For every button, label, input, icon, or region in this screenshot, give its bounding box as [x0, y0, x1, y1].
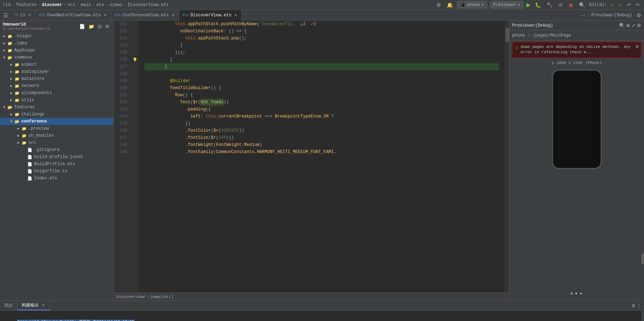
sidebar-item-preview[interactable]: ▶ 📁 .preview — [0, 125, 113, 132]
stop-button[interactable]: ⏹ — [567, 1, 575, 9]
previewer-error-close-button[interactable]: ✕ — [635, 44, 639, 49]
previewer-debug-label: Previewer(Debug) — [588, 13, 635, 18]
previewer-settings-icon[interactable]: ⚙ — [637, 23, 641, 28]
run-button[interactable]: ▶ — [526, 1, 531, 8]
sidebar-item-audioplayer[interactable]: ▶ 📁 audioplayer — [0, 68, 113, 75]
tab-discoverview-close[interactable]: ✕ — [234, 13, 238, 17]
selected-text: hmosworld [PreviewBuild]: 成功的 在2024/11/1… — [17, 320, 135, 321]
breadcrumb-ets[interactable]: ets — [96, 2, 104, 7]
breadcrumb-rld[interactable]: rld — [3, 2, 11, 7]
git-check2-icon[interactable]: ✓ — [617, 1, 624, 9]
terminal-area[interactable]: hmosworld [PreviewBuild]: 成功的 在2024/11/1… — [0, 311, 644, 321]
code-line-149: .fontFamily(CommonConstants.HARMONY_HEIT… — [144, 148, 499, 156]
tab-conferenceview-close[interactable]: ✕ — [171, 13, 175, 17]
previewer-more-options[interactable]: ••• — [509, 288, 644, 300]
sidebar-header: hmosworld D:\HarmonyOS\hmosworld 📄 📁 ⊟ ⚙ — [0, 21, 113, 33]
sidebar-item-datastore[interactable]: ▶ 📁 datastore — [0, 75, 113, 82]
bottom-tab-sync[interactable]: 同步 — [0, 301, 17, 310]
sidebar-item-commons[interactable]: ▼ 📂 commons — [0, 54, 113, 61]
sidebar-settings-icon[interactable]: ⚙ — [104, 23, 111, 30]
tab-ts-close[interactable]: ✕ — [27, 13, 32, 17]
sidebar-item-features[interactable]: ▼ 📂 features — [0, 104, 113, 111]
bottom-tabs: 同步 构建输出 ✕ ⚙ ⋮ — [0, 301, 644, 311]
tab-more-button[interactable]: ⋯ — [578, 11, 588, 19]
dots-icon[interactable]: ••• — [570, 290, 583, 298]
sidebar-item-aspect[interactable]: ▶ 📁 aspect — [0, 61, 113, 68]
tab-conferenceview-icon: ETS — [115, 13, 120, 17]
previewer-error-banner: ⚠ Some pages are depending on native met… — [512, 42, 641, 58]
bottom-scrollbar[interactable] — [641, 250, 644, 321]
tab-discoverview[interactable]: ETS DiscoverView.ets ✕ — [179, 10, 242, 21]
bottom-tab-build-output-close[interactable]: ✕ — [41, 303, 45, 307]
git-redo-icon[interactable]: ↷ — [634, 1, 641, 9]
sidebar-item-gitignore[interactable]: ▶ 📄 .gitignore — [0, 146, 113, 153]
sidebar-item-conference[interactable]: ▼ 📂 conference — [0, 118, 113, 125]
chevron-right-icon: ▶ — [9, 111, 14, 117]
breadcrumb-src[interactable]: src — [68, 2, 75, 7]
code-lines[interactable]: this.appPathStack.pushPathByName('FeedWa… — [139, 21, 505, 293]
device-selector[interactable]: 📱 phone ▾ — [457, 1, 487, 9]
previewer-phone-wrapper — [509, 67, 644, 288]
sidebar-item-src[interactable]: ▶ 📁 src — [0, 139, 113, 146]
search-button[interactable]: 🔍 — [578, 1, 586, 9]
previewer-expand-icon[interactable]: ⤢ — [632, 23, 635, 28]
tab-list-button[interactable]: ☰ — [1, 11, 10, 20]
sidebar-item-buildprofile-ets[interactable]: ▶ 📄 BuildProfile.ets — [0, 160, 113, 168]
device-size-label: 1080 x 2340 — [557, 61, 583, 65]
previewer-header: Previewer(Debug) 🔍 ⊕ ⤢ ⚙ — [509, 21, 644, 31]
git-label: Git(G): — [589, 2, 607, 7]
sidebar-collapse-icon[interactable]: ⊟ — [97, 23, 103, 30]
bottom-tab-build-output[interactable]: 构建输出 ✕ — [17, 301, 50, 310]
sidebar-item-hvigorfile-ts[interactable]: ▶ 📄 hvigorfile.ts — [0, 168, 113, 175]
sidebar-item-utils-label: utils — [20, 98, 34, 103]
editor-breadcrumb: DiscoverView › jumpList() — [114, 293, 509, 300]
git-check-icon[interactable]: ✓ — [608, 1, 616, 9]
tab-feedwaterflow-close[interactable]: ✕ — [103, 13, 107, 17]
breadcrumb-views[interactable]: views — [109, 2, 122, 7]
bottom-settings-icon[interactable]: ⚙ — [632, 303, 635, 308]
code-line-138 — [144, 70, 499, 77]
sidebar-item-idea[interactable]: ▶ 📁 .idea — [0, 40, 113, 47]
breadcrumb-main[interactable]: main — [81, 2, 91, 7]
previewer-settings-icon[interactable]: ⚙ — [635, 12, 643, 19]
sidebar-root-label: hmosworld — [3, 22, 78, 27]
tab-conferenceview[interactable]: ETS ConferenceView.ets ✕ — [111, 10, 179, 21]
notification-icon[interactable]: 🔔 — [445, 1, 454, 9]
breadcrumb-file[interactable]: DiscoverView.ets — [128, 2, 168, 7]
sidebar-item-utils[interactable]: ▶ 📁 utils — [0, 97, 113, 104]
bottom-scrollbar-thumb[interactable] — [642, 254, 644, 264]
tab-feedwaterflow-icon: ETS — [39, 13, 45, 17]
sidebar-item-index-ets[interactable]: ▶ 📄 Index.ets — [0, 175, 113, 182]
sidebar-new-file-icon[interactable]: 📄 — [78, 23, 86, 30]
bottom-more-icon[interactable]: ⋮ — [637, 303, 641, 308]
code-container[interactable]: 131 132 133 134 135 136 137 138 139 140 … — [114, 21, 509, 293]
sidebar-item-build-profile[interactable]: ▶ 📄 build-profile.json5 — [0, 153, 113, 160]
tab-ts[interactable]: TS ts ✕ — [10, 10, 36, 21]
previewer-zoom-out-icon[interactable]: 🔍 — [619, 23, 625, 28]
sidebar-item-network[interactable]: ▶ 📁 network — [0, 82, 113, 89]
scrollbar-thumb[interactable] — [505, 28, 509, 42]
sidebar-item-appscope[interactable]: ▶ 📁 AppScope — [0, 47, 113, 54]
sidebar-item-hvigor[interactable]: ▶ 📁 .hvigor — [0, 33, 113, 40]
previewer-zoom-in-icon[interactable]: ⊕ — [626, 23, 630, 28]
breadcrumb-features[interactable]: features — [16, 2, 37, 7]
reload-button[interactable]: ↺ — [557, 1, 564, 9]
git-undo-icon[interactable]: ↶ — [626, 1, 633, 9]
sidebar-item-uicomponents[interactable]: ▶ 📁 uicomponents — [0, 89, 113, 97]
sidebar-new-folder-icon[interactable]: 📁 — [87, 23, 95, 30]
debug-button[interactable]: 🐛 — [533, 1, 542, 9]
settings-icon[interactable]: ⚙ — [435, 1, 442, 9]
refresh-icon[interactable]: ↺ — [552, 61, 554, 65]
previewer-button[interactable]: Previewer ▾ — [490, 1, 524, 9]
folder-icon: 📁 — [7, 48, 13, 53]
breadcrumb-file-label: DiscoverView — [117, 295, 145, 299]
code-line-141: Row() { — [144, 92, 499, 99]
tab-feedwaterflow[interactable]: ETS FeedWaterFlowView.ets ✕ — [36, 10, 111, 21]
sidebar-item-ohmodules[interactable]: ▶ 📁 oh_modules — [0, 132, 113, 139]
breadcrumb-discover[interactable]: discover — [42, 2, 63, 7]
editor-scrollbar[interactable] — [505, 21, 509, 293]
lightbulb-icon[interactable]: 💡 — [132, 56, 139, 63]
build-button[interactable]: 🔨 — [545, 1, 554, 9]
sidebar-item-challenge[interactable]: ▶ 📁 challenge — [0, 111, 113, 118]
sidebar-item-idea-label: .idea — [13, 41, 27, 46]
